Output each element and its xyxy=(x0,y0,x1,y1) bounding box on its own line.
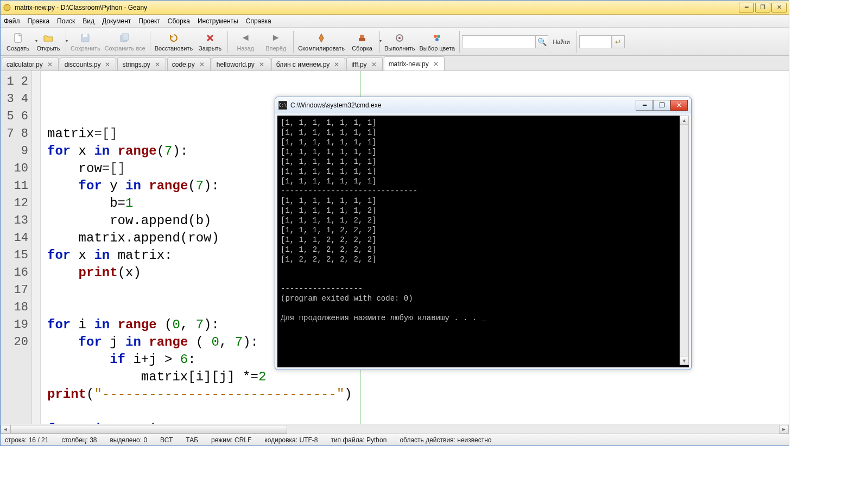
search-input[interactable] xyxy=(462,35,535,48)
svg-point-0 xyxy=(4,4,10,11)
save-all-icon xyxy=(119,32,131,44)
search-icon: 🔍 xyxy=(537,37,547,46)
tab--py[interactable]: блин с именем.py✕ xyxy=(271,58,346,71)
tab-bar: calculator.py✕discounts.py✕strings.py✕co… xyxy=(1,56,789,71)
open-button[interactable]: Открыть▾ xyxy=(33,29,64,55)
cmd-scroll-track[interactable] xyxy=(680,125,688,356)
close-file-button[interactable]: Закрыть xyxy=(195,29,225,55)
file-new-icon xyxy=(12,32,24,44)
scroll-down-icon[interactable]: ▼ xyxy=(680,356,688,365)
goto-button[interactable]: ↵ xyxy=(612,35,625,48)
revert-icon xyxy=(168,32,180,44)
menu-build[interactable]: Сборка xyxy=(168,17,190,25)
forward-button[interactable]: ►Вперёд xyxy=(261,29,291,55)
save-button[interactable]: Сохранить xyxy=(68,29,103,55)
tab-close-icon[interactable]: ✕ xyxy=(46,61,54,68)
compile-icon xyxy=(315,32,327,44)
cmd-title: C:\Windows\system32\cmd.exe xyxy=(290,101,636,109)
toolbar: Создать▾ Открыть▾ Сохранить Сохранить вс… xyxy=(1,28,789,56)
menu-search[interactable]: Поиск xyxy=(57,17,75,25)
tab-label: helloworld.py xyxy=(217,61,255,68)
goto-line-input[interactable] xyxy=(579,35,612,48)
svg-rect-3 xyxy=(83,34,87,37)
svg-rect-1 xyxy=(15,34,21,42)
status-ins[interactable]: ВСТ xyxy=(160,436,173,444)
tab-calculator-py[interactable]: calculator.py✕ xyxy=(2,58,59,71)
svg-point-14 xyxy=(437,35,440,38)
tab-label: matrix-new.py xyxy=(389,60,429,68)
tab-label: strings.py xyxy=(122,61,150,68)
status-scope: область действия: неизвестно xyxy=(400,436,491,444)
tab-close-icon[interactable]: ✕ xyxy=(104,61,111,68)
menu-edit[interactable]: Правка xyxy=(28,17,50,25)
new-button[interactable]: Создать▾ xyxy=(3,29,33,55)
menu-file[interactable]: Файл xyxy=(4,17,20,25)
close-button[interactable]: ✕ xyxy=(771,3,787,12)
tab-code-py[interactable]: code.py✕ xyxy=(167,58,211,71)
horizontal-scrollbar[interactable]: ◄ ► xyxy=(1,424,789,434)
tab-label: discounts.py xyxy=(65,61,101,68)
arrow-left-icon: ◄ xyxy=(239,32,251,44)
cmd-minimize-button[interactable]: ━ xyxy=(636,100,653,111)
scrollbar-thumb[interactable] xyxy=(10,425,287,434)
tab-close-icon[interactable]: ✕ xyxy=(258,61,265,68)
cmd-vertical-scrollbar[interactable]: ▲ ▼ xyxy=(680,116,689,365)
titlebar[interactable]: matrix-new.py - D:\Classroom\Python - Ge… xyxy=(1,1,789,15)
scroll-right-icon[interactable]: ► xyxy=(779,425,789,434)
status-col: столбец: 38 xyxy=(61,436,97,444)
statusbar: строка: 16 / 21 столбец: 38 выделено: 0 … xyxy=(1,434,789,446)
goto-icon: ↵ xyxy=(615,37,622,46)
tab-label: calculator.py xyxy=(7,61,43,68)
status-tab[interactable]: ТАБ xyxy=(186,436,198,444)
save-icon xyxy=(79,32,91,44)
saveall-button[interactable]: Сохранить все xyxy=(103,29,148,55)
tab-label: ifff.py xyxy=(351,61,366,68)
menu-project[interactable]: Проект xyxy=(138,17,160,25)
tab-ifff-py[interactable]: ifff.py✕ xyxy=(346,58,382,71)
tab-close-icon[interactable]: ✕ xyxy=(154,61,161,68)
tab-label: code.py xyxy=(172,61,195,68)
minimize-button[interactable]: ━ xyxy=(739,3,754,12)
tab-close-icon[interactable]: ✕ xyxy=(370,61,378,68)
menu-document[interactable]: Документ xyxy=(102,17,131,25)
back-button[interactable]: ◄Назад xyxy=(230,29,261,55)
maximize-button[interactable]: ❐ xyxy=(755,3,770,12)
tab-strings-py[interactable]: strings.py✕ xyxy=(117,58,166,71)
tab-discounts-py[interactable]: discounts.py✕ xyxy=(60,58,117,71)
compile-button[interactable]: Скомпилировать xyxy=(296,29,347,55)
svg-point-13 xyxy=(434,35,437,38)
scroll-left-icon[interactable]: ◄ xyxy=(1,425,10,434)
tab-matrix-new-py[interactable]: matrix-new.py✕ xyxy=(384,56,445,71)
run-button[interactable]: Выполнить xyxy=(382,29,417,55)
tab-close-icon[interactable]: ✕ xyxy=(432,60,440,68)
gear-run-icon xyxy=(394,32,406,44)
cmd-output[interactable]: [1, 1, 1, 1, 1, 1, 1] [1, 1, 1, 1, 1, 1,… xyxy=(277,116,689,367)
tab-close-icon[interactable]: ✕ xyxy=(198,61,206,68)
menu-view[interactable]: Вид xyxy=(83,17,94,25)
window-title: matrix-new.py - D:\Classroom\Python - Ge… xyxy=(15,4,739,11)
menu-help[interactable]: Справка xyxy=(246,17,271,25)
status-line: строка: 16 / 21 xyxy=(5,436,48,444)
svg-rect-5 xyxy=(122,34,129,40)
tab-helloworld-py[interactable]: helloworld.py✕ xyxy=(212,58,270,71)
revert-button[interactable]: Восстановить xyxy=(153,29,195,55)
search-icon-button[interactable]: 🔍 xyxy=(535,35,548,48)
find-button[interactable]: Найти xyxy=(548,29,574,55)
menu-tools[interactable]: Инструменты xyxy=(198,17,238,25)
cmd-titlebar[interactable]: C:\ C:\Windows\system32\cmd.exe ━ ❐ ✕ xyxy=(275,97,691,113)
cmd-window[interactable]: C:\ C:\Windows\system32\cmd.exe ━ ❐ ✕ [1… xyxy=(275,97,692,370)
arrow-right-icon: ► xyxy=(270,32,282,44)
status-enc: кодировка: UTF-8 xyxy=(264,436,318,444)
color-button[interactable]: Выбор цвета xyxy=(417,29,457,55)
cmd-icon: C:\ xyxy=(278,101,287,110)
line-gutter: 1 2 3 4 5 6 7 8 9 10 11 12 13 14 15 16 1… xyxy=(1,71,32,424)
geany-icon xyxy=(3,3,11,12)
build-button[interactable]: Сборка▾ xyxy=(347,29,377,55)
status-sel: выделено: 0 xyxy=(110,436,147,444)
cmd-maximize-button[interactable]: ❐ xyxy=(653,100,670,111)
svg-rect-10 xyxy=(360,35,364,38)
svg-point-12 xyxy=(398,37,401,39)
cmd-close-button[interactable]: ✕ xyxy=(670,100,688,111)
tab-close-icon[interactable]: ✕ xyxy=(333,61,340,68)
scroll-up-icon[interactable]: ▲ xyxy=(680,116,688,125)
